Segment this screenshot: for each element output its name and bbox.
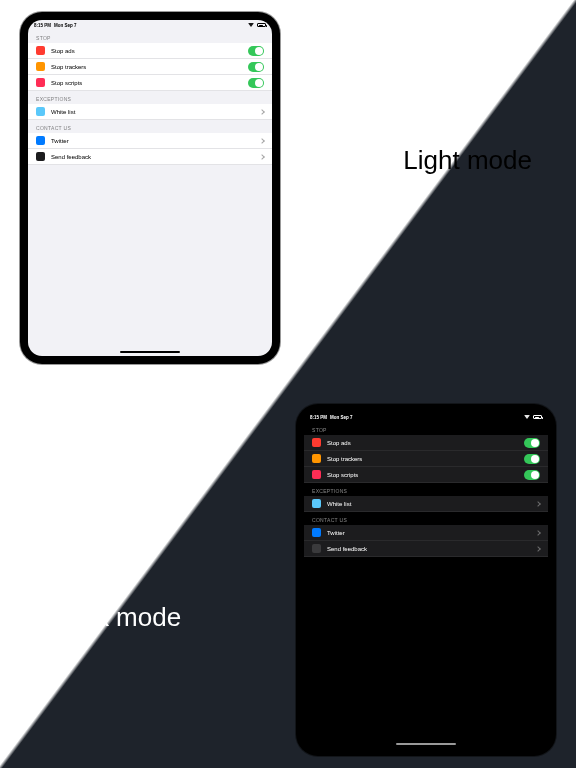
status-date: Mon Sep 7 [330,415,353,420]
row-stop-ads[interactable]: Stop ads [304,435,548,451]
toggle-stop-ads[interactable] [248,46,264,56]
row-label: Stop trackers [51,64,242,70]
white-list-icon [36,107,45,116]
row-stop-scripts[interactable]: Stop scripts [304,467,548,483]
row-label: Send feedback [51,154,254,160]
row-label: Stop ads [327,440,518,446]
row-send-feedback[interactable]: Send feedback [28,149,272,165]
wifi-icon [524,415,530,419]
section-header-stop: STOP [304,422,548,435]
row-twitter[interactable]: Twitter [304,525,548,541]
toggle-stop-trackers[interactable] [524,454,540,464]
row-send-feedback[interactable]: Send feedback [304,541,548,557]
stop-trackers-icon [312,454,321,463]
row-twitter[interactable]: Twitter [28,133,272,149]
section-header-exceptions: EXCEPTIONS [28,91,272,104]
row-label: Stop scripts [327,472,518,478]
chevron-right-icon [535,546,541,552]
row-label: Stop trackers [327,456,518,462]
chevron-right-icon [535,530,541,536]
row-label: White list [327,501,530,507]
row-stop-trackers[interactable]: Stop trackers [304,451,548,467]
row-label: Send feedback [327,546,530,552]
row-label: Stop ads [51,48,242,54]
toggle-stop-ads[interactable] [524,438,540,448]
home-indicator [120,351,180,353]
dark-mode-label: Dark mode [54,602,181,633]
status-date: Mon Sep 7 [54,23,77,28]
stop-ads-icon [36,46,45,55]
white-list-icon [312,499,321,508]
chevron-right-icon [259,154,265,160]
row-stop-scripts[interactable]: Stop scripts [28,75,272,91]
status-time: 8:15 PM [34,23,51,28]
row-label: Twitter [327,530,530,536]
row-white-list[interactable]: White list [304,496,548,512]
row-white-list[interactable]: White list [28,104,272,120]
twitter-icon [312,528,321,537]
row-label: Stop scripts [51,80,242,86]
stop-trackers-icon [36,62,45,71]
row-stop-trackers[interactable]: Stop trackers [28,59,272,75]
row-label: Twitter [51,138,254,144]
chevron-right-icon [259,109,265,115]
section-header-exceptions: EXCEPTIONS [304,483,548,496]
toggle-stop-scripts[interactable] [248,78,264,88]
chevron-right-icon [535,501,541,507]
row-stop-ads[interactable]: Stop ads [28,43,272,59]
ipad-frame-dark: 8:15 PM Mon Sep 7 STOP Stop ads Stop tra… [296,404,556,756]
stop-ads-icon [312,438,321,447]
section-header-contact: CONTACT US [304,512,548,525]
battery-icon [257,23,266,27]
stop-scripts-icon [312,470,321,479]
light-mode-label: Light mode [403,145,532,176]
toggle-stop-scripts[interactable] [524,470,540,480]
row-label: White list [51,109,254,115]
feedback-icon [312,544,321,553]
ipad-frame-light: 8:15 PM Mon Sep 7 STOP Stop ads Stop tra… [20,12,280,364]
status-bar: 8:15 PM Mon Sep 7 [28,20,272,30]
section-header-stop: STOP [28,30,272,43]
status-bar: 8:15 PM Mon Sep 7 [304,412,548,422]
ipad-screen-dark: 8:15 PM Mon Sep 7 STOP Stop ads Stop tra… [304,412,548,748]
status-time: 8:15 PM [310,415,327,420]
ipad-screen-light: 8:15 PM Mon Sep 7 STOP Stop ads Stop tra… [28,20,272,356]
wifi-icon [248,23,254,27]
section-header-contact: CONTACT US [28,120,272,133]
twitter-icon [36,136,45,145]
home-indicator [396,743,456,745]
battery-icon [533,415,542,419]
chevron-right-icon [259,138,265,144]
toggle-stop-trackers[interactable] [248,62,264,72]
stop-scripts-icon [36,78,45,87]
feedback-icon [36,152,45,161]
